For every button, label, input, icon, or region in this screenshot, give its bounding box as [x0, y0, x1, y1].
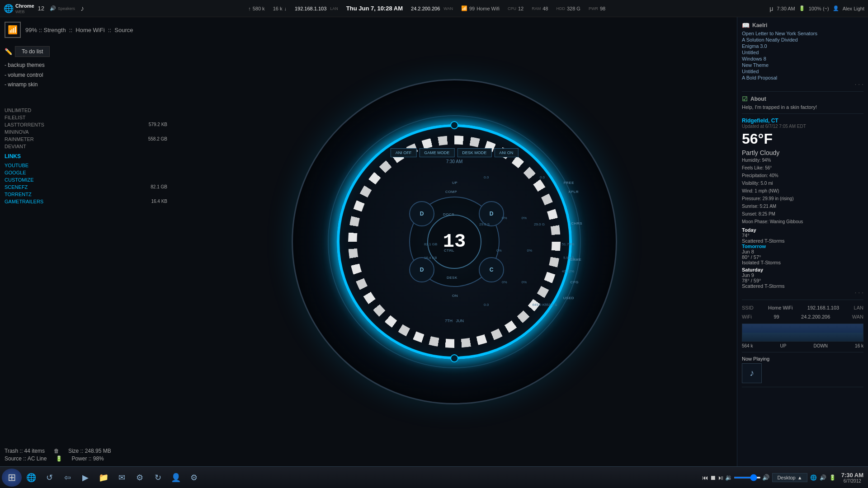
book-icon: 📖	[742, 22, 750, 29]
network-up-item: ↑ 580 k	[248, 6, 264, 11]
inner-pct-6: 0%	[521, 280, 527, 284]
rainmeter-icon: μ	[769, 5, 773, 12]
hud-corner-circle-tl: D	[409, 201, 434, 226]
weather-updated: Updated at 6/7/12 7:05 AM EDT	[742, 124, 863, 129]
taskbar-person-icon[interactable]: 👤	[167, 469, 184, 486]
net-wan-label: WAN	[852, 313, 863, 322]
bw-down-label: DOWN	[813, 343, 828, 348]
tray-battery-icon[interactable]: 🔋	[829, 474, 836, 481]
clock-time: Thu Jun 7, 10:28 AM	[346, 5, 403, 12]
link-rainmeter[interactable]: RAINMETER	[5, 136, 34, 142]
volume-down-icon[interactable]: 🔉	[725, 474, 732, 481]
link-row-torrentz: TORRENTZ	[5, 191, 167, 197]
link-torrentz[interactable]: TORRENTZ	[5, 192, 32, 197]
chevron-up-icon: ▲	[797, 475, 802, 480]
ip-lan-item: 192.168.1.103 LAN	[295, 6, 338, 11]
rp-link-4[interactable]: Untitled	[742, 50, 863, 55]
link-gametrailers[interactable]: GAMETRAILERS	[5, 199, 43, 204]
net-wifi-row: WiFi 99 24.2.200.206 WAN	[742, 313, 863, 322]
link-lasttorrents[interactable]: LASTTORRENTS	[5, 122, 44, 127]
visibility: Visibility: 5.0 mi	[742, 179, 863, 187]
link-filelist[interactable]: FILELIST	[5, 115, 25, 120]
link-row-google: GOOGLE	[5, 169, 167, 176]
taskbar-settings-icon[interactable]: ⚙	[185, 469, 203, 486]
taskbar-back-icon[interactable]: ↺	[41, 469, 58, 486]
weather-tomorrow-cond: Isolated T-Storms	[742, 260, 863, 265]
rp-weather-section: Ridgefield, CT Updated at 6/7/12 7:05 AM…	[742, 117, 863, 300]
hud-btn-ani-on[interactable]: ANI ON	[494, 148, 518, 157]
links-header: LINKS	[5, 153, 167, 160]
wifi-info: 📶 99% :: Strength :: Home WiFi :: Source	[5, 22, 167, 38]
ip-wan-item: 24.2.200.206 WAN	[411, 6, 453, 11]
main-area: 📶 99% :: Strength :: Home WiFi :: Source…	[0, 17, 868, 466]
sunrise: Sunrise: 5:21 AM	[742, 202, 863, 210]
link-unlimited[interactable]: UNLIMITED	[5, 108, 31, 113]
link-deviant[interactable]: DEVIANT	[5, 144, 26, 149]
media-stop-icon[interactable]: ⏹	[710, 474, 716, 481]
wifi-signal-icon: 📶	[5, 22, 21, 38]
network-up-arrow: ↑	[248, 6, 251, 11]
hud-corner-circle-bl: D	[409, 257, 434, 282]
bandwidth-up-bar	[742, 324, 863, 333]
taskbar-browser-icon[interactable]: 🌐	[23, 469, 40, 486]
hud-btn-game-mode[interactable]: GAME MODE	[419, 148, 454, 157]
hud-btn-desk-mode[interactable]: DESK MODE	[457, 148, 491, 157]
link-scenefz[interactable]: SCENEFZ	[5, 184, 28, 190]
media-play-icon[interactable]: ⏯	[717, 474, 724, 481]
todo-tab[interactable]: To do list	[15, 46, 50, 57]
link-row-youtube: YOUTUBE	[5, 162, 167, 169]
rp-link-3[interactable]: Enigma 3.0	[742, 43, 863, 49]
net-wifi-label: WiFi	[742, 313, 752, 322]
link-youtube[interactable]: YOUTUBE	[5, 163, 28, 168]
rp-link-2[interactable]: A Solution Neatly Divided	[742, 37, 863, 42]
hud-btn-ani-off[interactable]: ANI OFF	[391, 148, 417, 157]
music-album-art: ♪	[742, 363, 762, 383]
taskbar-nav-icon[interactable]: ⇦	[59, 469, 76, 486]
chrome-value: 12	[38, 5, 44, 12]
ram-value: 48	[542, 6, 548, 11]
start-button[interactable]: ⊞	[2, 469, 22, 487]
rp-link-8[interactable]: A Bold Proposal	[742, 75, 863, 80]
volume-up-icon[interactable]: 🔊	[762, 474, 769, 481]
rp-about-section: ☑ About Help, I'm trapped in a skin fact…	[742, 95, 863, 114]
right-panel: 📖 Kaelri Open Letter to New York Senator…	[737, 17, 868, 466]
desktop-button[interactable]: Desktop ▲	[772, 473, 807, 482]
trash-info: Trash :: 44 items	[5, 448, 45, 454]
music-note-icon: ♪	[750, 368, 754, 378]
hdd-value: 328 G	[567, 6, 580, 11]
links-grid: UNLIMITED FILELIST LASTTORRENTS 579.2 KB…	[5, 107, 167, 205]
link-mininova[interactable]: MININOVA	[5, 129, 29, 135]
weather-tomorrow-date: Jun 8	[742, 249, 863, 254]
wifi-signal-topbar: 99	[469, 6, 475, 11]
todo-item-3: - winamp skin	[5, 80, 167, 90]
link-customize[interactable]: CUSTOMIZE	[5, 177, 34, 183]
media-prev-icon[interactable]: ⏮	[702, 474, 708, 481]
speaker-icon: 🔊	[50, 5, 56, 11]
links-section: UNLIMITED FILELIST LASTTORRENTS 579.2 KB…	[5, 107, 167, 205]
rp-about-title: ☑ About	[742, 95, 863, 103]
rp-link-1[interactable]: Open Letter to New York Senators	[742, 31, 863, 36]
hud-cyan-dot-bottom	[450, 354, 458, 362]
inner-pct-4: 0%	[527, 249, 532, 253]
link-google[interactable]: GOOGLE	[5, 170, 26, 175]
rp-link-6[interactable]: New Theme	[742, 62, 863, 68]
weather-saturday: Saturday	[742, 267, 863, 272]
seg-up: UP	[452, 181, 458, 185]
now-playing-area: ♪	[742, 363, 863, 383]
rp-link-7[interactable]: Untitled	[742, 69, 863, 74]
net-ssid-value: Home WiFi	[768, 304, 793, 313]
bandwidth-graph	[742, 324, 863, 342]
rp-link-5[interactable]: Windows 8	[742, 56, 863, 61]
taskbar-mail-icon[interactable]: ✉	[113, 469, 130, 486]
taskbar-folder-icon[interactable]: 📁	[95, 469, 112, 486]
taskbar-date: 6/7/2012	[841, 479, 863, 483]
volume-slider[interactable]	[734, 477, 761, 479]
weather-location: Ridgefield, CT	[742, 117, 863, 124]
rp-network-section: SSID Home WiFi 192.168.1.103 LAN WiFi 99…	[742, 304, 863, 352]
taskbar-steam-icon[interactable]: ⚙	[131, 469, 148, 486]
weather-condition: Partly Cloudy	[742, 149, 863, 156]
taskbar-play-icon[interactable]: ▶	[77, 469, 94, 486]
tray-network-icon[interactable]: 🌐	[810, 474, 817, 481]
taskbar-refresh-icon[interactable]: ↻	[149, 469, 166, 486]
tray-volume-icon[interactable]: 🔊	[820, 474, 826, 481]
